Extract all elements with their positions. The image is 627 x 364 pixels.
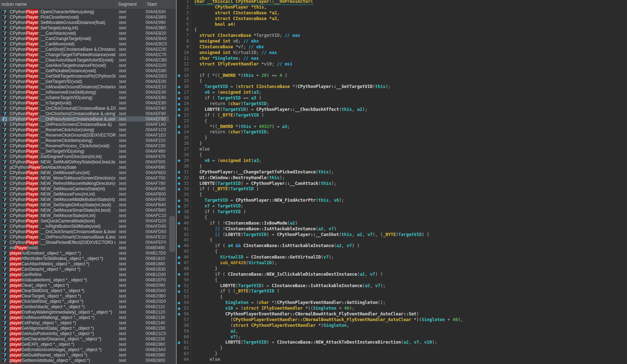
function-row[interactable]: fCPythonPlayer::__OnClickItem(CInstanceB… [0, 111, 176, 116]
pseudocode-line[interactable]: 63 } [177, 351, 627, 357]
pseudocode-line[interactable]: 11 char *Singleton; // eax [177, 56, 627, 62]
pseudocode-line[interactable]: 51 LOBYTE(TargetVID) = CInstanceBase::Is… [177, 283, 627, 289]
function-row[interactable]: fCPythonPlayer::__IsSameTargetVID(ulong)… [0, 95, 176, 100]
pseudocode-line[interactable]: 39 { [177, 215, 627, 221]
pseudocode-line[interactable]: 43 { [177, 237, 627, 243]
function-row[interactable]: fCPythonPlayer::__IsRightButtonSkillMode… [0, 223, 176, 229]
pseudocode-line[interactable]: 12 struct IFlyEventHandler *v10; // esi [177, 62, 627, 67]
pseudocode-line[interactable]: 58 (struct CPythonPlayerEventHandler *)S… [177, 323, 627, 329]
pseudocode-line[interactable]: 7 struct CInstanceBase *TargetVID; // ea… [177, 33, 627, 39]
function-row[interactable]: fCPythonPlayer::__OnPressScreen(CInstanc… [0, 122, 176, 127]
pseudocode-line[interactable]: 21 if ( (_BYTE)TargetVID ) [177, 113, 627, 118]
function-row[interactable]: fCPythonPlayer::__CanShot(CInstanceBase … [0, 46, 176, 52]
function-row[interactable]: fCPythonPlayer::__ReserveClickItem(ulong… [0, 138, 176, 143]
function-row[interactable]: fplayerCanRefine.text004B1D30 [0, 272, 176, 277]
pseudocode-line[interactable]: 10 unsigned int VirtualID; // eax [177, 50, 627, 56]
function-row[interactable]: fplayerCanDetach(_object *,_object *).te… [0, 266, 176, 272]
function-row[interactable]: fCPythonPlayer::NEW_MoveToMouseScreenDir… [0, 175, 176, 181]
function-row[interactable]: finitPlayer(void).text004B0490 [0, 245, 176, 250]
function-row[interactable]: fCPythonPlayer::__CanChangeTarget(void).… [0, 36, 176, 41]
pseudocode-line[interactable]: 41 || !CInstanceBase::IsAttackableInstan… [177, 226, 627, 232]
function-row[interactable]: fplayerExitParty(_object *,_object *).te… [0, 320, 176, 325]
function-row[interactable]: fplayerGetEmotionIconImage(_object *,_ob… [0, 347, 176, 352]
pseudocode-line[interactable]: 50 { [177, 277, 627, 283]
pseudocode-line[interactable]: 26 } [177, 141, 627, 147]
pseudocode-line[interactable]: 23 *((_DWORD *)this + 49327) = a3; [177, 124, 627, 130]
pseudocode-line[interactable]: 24 return (char)TargetVID; [177, 129, 627, 135]
pseudocode-line[interactable]: 33 LOBYTE(TargetVID) = CPythonPlayer::__… [177, 181, 627, 187]
function-row[interactable]: fCPythonPlayer::GetDegreeFromDirection(i… [0, 154, 176, 159]
pseudocode-line[interactable]: 17 v6 = (unsigned int)a3; [177, 90, 627, 95]
function-row[interactable]: fCPythonPlayer::NEW_SetMultiDirKeyState(… [0, 159, 176, 164]
function-row[interactable]: fplayerComboAttack(_object *,_object *).… [0, 304, 176, 309]
function-row[interactable]: fCPythonPlayer::PickCloseItem(void).text… [0, 14, 176, 20]
function-row[interactable]: fplayerIsValuableItem(_object *,_object … [0, 277, 176, 282]
function-row[interactable]: fCPythonPlayer::NEW_GetMouseFunc(int).te… [0, 170, 176, 175]
function-row[interactable]: fplayerGetGuildName(_object *,_object *)… [0, 352, 176, 358]
function-row[interactable]: fCPythonPlayer::__IsTarget(void).text004… [0, 100, 176, 105]
function-row[interactable]: fCPythonPlayer::__OnPressActor(CInstance… [0, 116, 176, 122]
column-divider[interactable] [145, 1, 146, 8]
pseudocode-line[interactable]: 37 v7 = TargetVID; [177, 203, 627, 209]
pseudocode-line[interactable]: 57 (CPythonPlayerEventHandler::CNormalBo… [177, 317, 627, 323]
pseudocode-line[interactable]: 36 TargetVID = CPythonPlayer::NEW_FindAc… [177, 198, 627, 203]
pseudocode-line[interactable]: 35 { [177, 192, 627, 198]
function-row[interactable]: fplayerGetAlignmentData(_object *,_objec… [0, 325, 176, 331]
function-row[interactable]: fplayerGetEXP(_object *,_object *).text0… [0, 341, 176, 347]
functions-scrollbar[interactable] [169, 9, 176, 364]
pseudocode-line[interactable]: 32 UI::CWindow::DestroyHandle(this); [177, 175, 627, 181]
function-row[interactable]: fCPythonPlayer::__GetTargetVID(void).tex… [0, 79, 176, 84]
pseudocode-line[interactable]: 8 unsigned int v6; // ebx [177, 39, 627, 44]
function-row[interactable]: fCPythonPlayer::__ReserveClickActor(ulon… [0, 127, 176, 132]
function-row[interactable]: fplayerAffectIndexToSkillIndex(_object *… [0, 256, 176, 261]
pseudocode-line[interactable]: 55 v10 = (struct IFlyEventHandler *)(Sin… [177, 306, 627, 311]
function-row[interactable]: fplayerClear(_object *,_object *).text00… [0, 282, 176, 288]
pseudocode-line[interactable]: 44 if ( a4 && CInstanceBase::IsAttackabl… [177, 243, 627, 249]
function-row[interactable]: fCPythonPlayer::__ShowPickedEffect(D3DXV… [0, 240, 176, 245]
function-row[interactable]: fCPythonPlayer::__GetSkillTargetInstance… [0, 73, 176, 79]
pseudocode-line[interactable]: 31 CPythonPlayer::__ChangeTargetToPicked… [177, 169, 627, 175]
pseudocode-line[interactable]: 42 || (LOBYTE(TargetVID) = CPythonPlayer… [177, 232, 627, 238]
function-row[interactable]: fCPythonPlayer::__OnPressSmart(CInstance… [0, 234, 176, 240]
pseudocode-line[interactable]: 34 if ( (_BYTE)TargetVID ) [177, 186, 627, 192]
pseudocode-line[interactable]: 45 { [177, 249, 627, 255]
pseudocode-line[interactable]: 19 return (char)TargetVID; [177, 101, 627, 107]
pseudocode-line[interactable]: 13 [177, 67, 627, 73]
function-row[interactable]: fplayerActEmotion(_object *,_object *).t… [0, 250, 176, 256]
column-divider[interactable] [116, 1, 116, 8]
pseudocode-line[interactable]: 6{ [177, 27, 627, 33]
function-row[interactable]: fplayerClearTarget(_object *,_object *).… [0, 293, 176, 299]
pseudocode-line[interactable]: 46 VirtualID = CInstanceBase::GetVirtual… [177, 255, 627, 260]
pseudocode-line[interactable]: 5 bool a4) [177, 22, 627, 28]
function-row[interactable]: fCPythonPlayer::SetTarget(ulong,int).tex… [0, 25, 176, 30]
pseudocode-line[interactable]: 56 CPythonPlayerEventHandler::CNormalBow… [177, 311, 627, 317]
function-row[interactable]: fCPythonPlayer::NEW_SetMouseSmartState(i… [0, 207, 176, 213]
function-row[interactable]: fCPythonPlayer::__CanAttack(void).text00… [0, 30, 176, 36]
pseudocode-line[interactable]: 60 v7); [177, 334, 627, 340]
column-header-segment[interactable]: Segment [118, 1, 137, 7]
function-row[interactable]: fplayerClickSkillSlot(_object *,_object … [0, 299, 176, 304]
function-row[interactable]: fCPythonPlayer::NEW_SetMouseCameraState(… [0, 186, 176, 191]
function-row[interactable]: fpCPythonPlayerSetAttackKeyState.text004… [0, 164, 176, 170]
pseudocode-line[interactable]: 1char __thiscall CPythonPlayer::__OnPres… [177, 0, 627, 5]
pseudocode-line[interactable]: 20 LOBYTE(TargetVID) = CPythonPlayer::__… [177, 107, 627, 113]
pseudocode-line[interactable]: 59 a2, [177, 329, 627, 334]
function-row[interactable]: fCPythonPlayer::__ReserveProcess_ClickAc… [0, 143, 176, 148]
pseudocode-line[interactable]: 64 else [177, 357, 627, 363]
function-row[interactable]: fCPythonPlayer::NEW_SetSingleDirKeyState… [0, 202, 176, 207]
function-row[interactable]: fCPythonPlayer::OpenCharacterMenu(ulong)… [0, 9, 176, 14]
function-row[interactable]: fCPythonPlayer::NEW_RefreshMouseWalkingD… [0, 181, 176, 186]
pseudocode-line[interactable]: 9 CInstanceBase *v7; // ebx [177, 44, 627, 50]
function-row[interactable]: fplayerGetItemAttribute(_object *,_objec… [0, 358, 176, 363]
function-row[interactable]: fCPythonPlayer::NEW_SetMouseState(int,in… [0, 213, 176, 218]
column-header-function-name[interactable]: nction name [1, 1, 27, 7]
pseudocode-line[interactable]: 28 { [177, 152, 627, 158]
pseudocode-line[interactable]: 62 } [177, 345, 627, 351]
function-row[interactable]: fCPythonPlayer::NEW_SetMouseMiddleButton… [0, 197, 176, 202]
function-row[interactable]: fCPythonPlayer::SetQuickCameraMode(bool)… [0, 218, 176, 223]
function-row[interactable]: fCPythonPlayer::__OnClickGround(CInstanc… [0, 105, 176, 111]
function-row[interactable]: fCPythonPlayer::__ClearAutoAttackTargetA… [0, 57, 176, 63]
pseudocode-line[interactable]: 18 if ( TargetVID == a3 ) [177, 95, 627, 101]
pseudocode-line[interactable]: 25 } [177, 135, 627, 141]
pseudocode-line[interactable]: 22 { [177, 118, 627, 124]
